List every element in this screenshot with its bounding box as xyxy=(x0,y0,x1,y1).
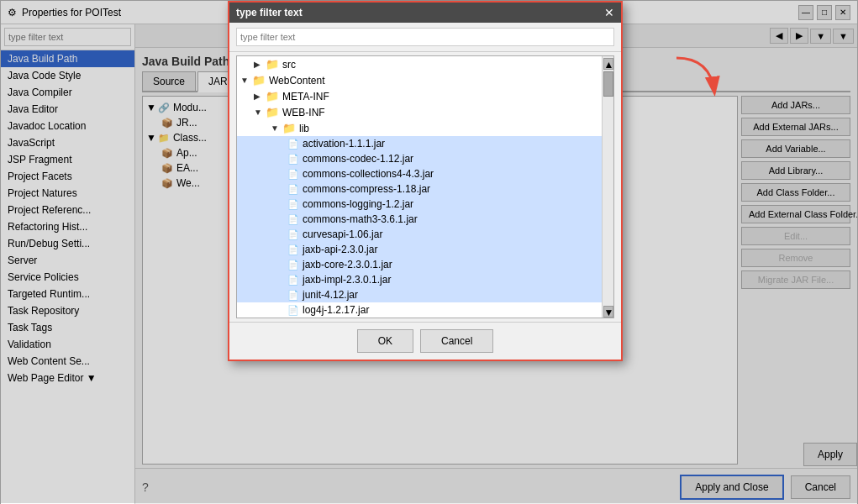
dtree-row-log4j[interactable]: 📄 log4j-1.2.17.jar xyxy=(237,302,602,318)
dtree-label-commons-math3: commons-math3-3.6.1.jar xyxy=(303,213,418,225)
dialog-scrollbar[interactable]: ▲ ▼ xyxy=(602,56,613,318)
dtree-row-commons-math3[interactable]: 📄 commons-math3-3.6.1.jar xyxy=(237,212,602,227)
dialog-overlay: type filter text ✕ ▶ 📁 src xyxy=(1,1,857,503)
main-window: ⚙ Properties for POITest — □ ✕ Java Buil… xyxy=(0,0,858,504)
dtree-row-jaxb-api[interactable]: 📄 jaxb-api-2.3.0.jar xyxy=(237,242,602,257)
dtree-row-lib[interactable]: ▼ 📁 lib xyxy=(237,120,602,136)
dialog-title-bar: type filter text ✕ xyxy=(229,3,621,23)
dtree-row-jaxb-core[interactable]: 📄 jaxb-core-2.3.0.1.jar xyxy=(237,257,602,272)
folder-icon-webinf: 📁 xyxy=(266,106,279,118)
file-icon-commons-collections: 📄 xyxy=(287,169,299,180)
folder-icon-webcontent: 📁 xyxy=(252,74,266,87)
dtree-row-activation[interactable]: 📄 activation-1.1.1.jar xyxy=(237,136,602,151)
dtree-label-commons-codec: commons-codec-1.12.jar xyxy=(303,153,413,165)
dtree-row-src[interactable]: ▶ 📁 src xyxy=(237,56,602,72)
expand-src[interactable]: ▶ xyxy=(254,60,264,69)
dtree-label-metainf: META-INF xyxy=(282,91,329,102)
file-icon-activation: 📄 xyxy=(287,139,299,150)
file-icon-curvesapi: 📄 xyxy=(287,229,299,240)
dialog-tree-inner[interactable]: ▶ 📁 src ▼ 📁 WebContent ▶ 📁 META-INF xyxy=(237,56,602,318)
dtree-row-webcontent[interactable]: ▼ 📁 WebContent xyxy=(237,72,602,88)
dtree-label-lib: lib xyxy=(299,123,309,134)
jar-selection-dialog: type filter text ✕ ▶ 📁 src xyxy=(228,1,623,361)
dtree-row-commons-logging[interactable]: 📄 commons-logging-1.2.jar xyxy=(237,197,602,212)
file-icon-log4j: 📄 xyxy=(287,305,299,316)
dtree-row-jaxb-impl[interactable]: 📄 jaxb-impl-2.3.0.1.jar xyxy=(237,272,602,287)
dtree-label-jaxb-impl: jaxb-impl-2.3.0.1.jar xyxy=(303,274,391,286)
dtree-row-commons-collections[interactable]: 📄 commons-collections4-4.3.jar xyxy=(237,166,602,181)
dtree-label-activation: activation-1.1.1.jar xyxy=(303,138,385,150)
expand-metainf[interactable]: ▶ xyxy=(254,92,264,101)
dtree-label-jaxb-core: jaxb-core-2.3.0.1.jar xyxy=(303,259,392,270)
dtree-label-webinf: WEB-INF xyxy=(282,107,325,118)
file-icon-commons-logging: 📄 xyxy=(287,199,299,210)
folder-icon-metainf: 📁 xyxy=(266,90,279,102)
dtree-row-metainf[interactable]: ▶ 📁 META-INF xyxy=(237,88,602,104)
dialog-tree-wrapper: ▶ 📁 src ▼ 📁 WebContent ▶ 📁 META-INF xyxy=(236,55,614,318)
dialog-close-button[interactable]: ✕ xyxy=(604,6,614,19)
dialog-filter-input[interactable] xyxy=(236,28,614,46)
dtree-label-webcontent: WebContent xyxy=(269,75,325,87)
dtree-row-junit[interactable]: 📄 junit-4.12.jar xyxy=(237,287,602,302)
file-icon-jaxb-core: 📄 xyxy=(287,260,299,270)
file-icon-commons-compress: 📄 xyxy=(287,184,299,195)
dialog-filter xyxy=(229,23,621,52)
expand-lib[interactable]: ▼ xyxy=(271,123,281,133)
dtree-label-commons-collections: commons-collections4-4.3.jar xyxy=(303,168,434,180)
dtree-row-commons-codec[interactable]: 📄 commons-codec-1.12.jar xyxy=(237,151,602,166)
expand-webinf[interactable]: ▼ xyxy=(254,108,264,117)
file-icon-junit: 📄 xyxy=(287,290,299,301)
dialog-buttons: OK Cancel xyxy=(229,322,621,360)
dialog-ok-button[interactable]: OK xyxy=(357,329,413,353)
file-icon-commons-math3: 📄 xyxy=(287,214,299,225)
scrollbar-down-arrow[interactable]: ▼ xyxy=(603,306,613,318)
dtree-label-jaxb-api: jaxb-api-2.3.0.jar xyxy=(303,244,377,255)
dtree-row-webinf[interactable]: ▼ 📁 WEB-INF xyxy=(237,104,602,120)
folder-icon-src: 📁 xyxy=(266,58,279,71)
dtree-label-log4j: log4j-1.2.17.jar xyxy=(303,304,369,316)
dtree-label-src: src xyxy=(282,59,296,71)
scrollbar-up-arrow[interactable]: ▲ xyxy=(603,58,613,70)
dialog-title: type filter text xyxy=(236,7,303,18)
expand-webcontent[interactable]: ▼ xyxy=(240,76,250,85)
dialog-cancel-button[interactable]: Cancel xyxy=(420,329,493,353)
dtree-row-commons-compress[interactable]: 📄 commons-compress-1.18.jar xyxy=(237,181,602,197)
folder-icon-lib: 📁 xyxy=(282,122,296,134)
file-icon-jaxb-impl: 📄 xyxy=(287,275,299,286)
dtree-label-commons-logging: commons-logging-1.2.jar xyxy=(303,198,413,210)
scrollbar-thumb[interactable] xyxy=(603,71,613,97)
dtree-label-commons-compress: commons-compress-1.18.jar xyxy=(303,183,430,195)
dtree-row-curvesapi[interactable]: 📄 curvesapi-1.06.jar xyxy=(237,227,602,242)
dtree-label-junit: junit-4.12.jar xyxy=(303,289,358,301)
dtree-label-curvesapi: curvesapi-1.06.jar xyxy=(303,228,382,240)
arrow-annotation xyxy=(668,50,727,111)
file-icon-commons-codec: 📄 xyxy=(287,154,299,165)
file-icon-jaxb-api: 📄 xyxy=(287,244,299,255)
